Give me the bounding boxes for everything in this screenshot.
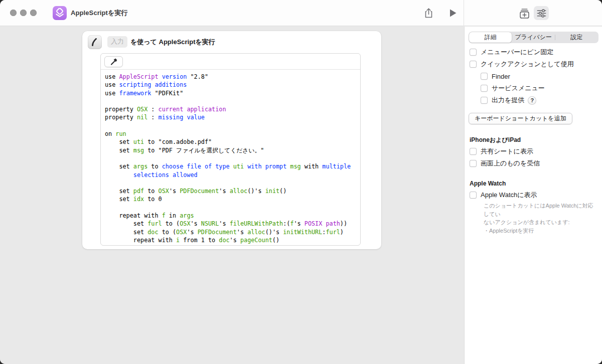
code-token: doc [215, 245, 226, 246]
inspector-sidebar: 詳細プライバシー設定 メニューバーにピン固定クイックアクションとして使用Find… [464, 27, 602, 364]
details-toggle-button[interactable] [534, 6, 549, 20]
checkbox[interactable] [481, 85, 488, 92]
code-line: use framework "PDFKit" [105, 89, 359, 97]
code-line [105, 97, 359, 105]
code-token: OSX [176, 229, 187, 236]
code-token: 's [230, 237, 240, 244]
code-line: repeat with f in args [105, 212, 359, 220]
tab-details[interactable]: 詳細 [469, 32, 512, 43]
code-token: repeat with [105, 237, 176, 244]
checkbox[interactable] [481, 97, 488, 104]
help-button[interactable]: ? [528, 96, 536, 105]
action-library-button[interactable] [518, 7, 530, 19]
code-token: ()'s [247, 188, 265, 195]
code-line: on run [105, 130, 359, 138]
code-token: set [105, 196, 133, 203]
compile-button[interactable] [104, 56, 123, 67]
code-line [105, 179, 359, 187]
code-line [105, 204, 359, 212]
input-variable-token[interactable]: 入力 [107, 36, 127, 48]
sidebar-tabs: 詳細プライバシー設定 [469, 32, 598, 43]
note-line: ないアクションが含まれています: [484, 218, 599, 227]
checkbox[interactable] [470, 61, 477, 68]
code-token: PDFDocument [180, 188, 219, 195]
add-keyboard-shortcut-button[interactable]: キーボードショートカットを追加 [469, 113, 572, 124]
code-token: pdf [133, 188, 147, 195]
action-library-icon [519, 8, 530, 19]
code-token: uti [233, 163, 247, 170]
code-line [105, 122, 359, 130]
code-token: use [105, 90, 119, 97]
code-token: property [105, 106, 137, 113]
checkbox[interactable] [470, 49, 477, 56]
checkbox[interactable] [470, 160, 477, 167]
code-token: :( [208, 245, 215, 246]
run-shortcut-button[interactable] [447, 7, 459, 19]
code-token: ()'s [265, 229, 283, 236]
checkbox[interactable] [481, 73, 488, 80]
share-icon [424, 8, 433, 19]
code-token: version [162, 73, 191, 80]
code-token: OSX [159, 188, 169, 195]
titlebar-divider [464, 0, 464, 26]
code-line: (pdf's insertPage:(doc's pageAtIndex:(i … [105, 244, 359, 246]
checkbox-label: Finder [492, 73, 510, 80]
checkbox-row: Apple Watchに表示 [470, 189, 599, 201]
code-token: scripting additions [119, 81, 187, 88]
code-area[interactable]: use AppleScript version "2.8"use scripti… [101, 70, 360, 246]
code-token: to [147, 188, 158, 195]
code-token: msg [133, 147, 147, 154]
details-toggle-icon [536, 8, 547, 19]
share-button[interactable] [422, 7, 434, 19]
code-line: set args to choose file of type uti with… [105, 162, 359, 170]
tab-privacy[interactable]: プライバシー [512, 32, 554, 43]
code-token: to [151, 163, 162, 170]
code-token: selections allowed [105, 171, 198, 178]
code-token: current application [159, 106, 226, 113]
code-token: set [105, 220, 147, 227]
title-bar: AppleScriptを実行 [0, 0, 602, 26]
close-window-button[interactable] [10, 10, 17, 16]
code-line: set idx to 0 [105, 195, 359, 203]
code-token: 's [237, 229, 247, 236]
code-token: property [105, 114, 137, 121]
zoom-window-button[interactable] [30, 10, 37, 16]
code-token: furl [147, 220, 166, 227]
code-token: use [105, 73, 119, 80]
tab-setup[interactable]: 設定 [555, 32, 598, 43]
code-token: () [279, 188, 286, 195]
code-token: 's [294, 220, 305, 227]
code-token: :( [276, 245, 283, 246]
code-token: : [151, 114, 158, 121]
action-header: 入力 を使って AppleScriptを実行 [82, 31, 381, 53]
code-token: OSX [137, 106, 151, 113]
minimize-window-button[interactable] [20, 10, 27, 16]
checkbox-row: 画面上のものを受信 [470, 157, 599, 169]
code-line: set pdf to OSX's PDFDocument's alloc()'s… [105, 187, 359, 195]
checkbox[interactable] [470, 148, 477, 155]
code-token: set [105, 138, 133, 145]
code-token: alloc [247, 229, 265, 236]
pen-script-icon [90, 38, 99, 47]
script-editor-box[interactable]: use AppleScript version "2.8"use scripti… [100, 53, 361, 246]
applescript-action-card[interactable]: 入力 を使って AppleScriptを実行 use AppleScript v… [82, 31, 381, 249]
checkbox[interactable] [470, 192, 477, 199]
play-icon [449, 9, 457, 18]
code-token: run [115, 130, 126, 137]
code-token: args [180, 212, 194, 219]
code-token: initWithURL [283, 229, 322, 236]
checkbox-label: 画面上のものを受信 [481, 159, 540, 168]
checkbox-label: Apple Watchに表示 [481, 191, 537, 200]
code-token: pageAtIndex [237, 245, 276, 246]
code-token: 's [169, 188, 180, 195]
code-token: PDFDocument [198, 229, 237, 236]
code-token: () [272, 237, 279, 244]
code-line: repeat with i from 1 to doc's pageCount(… [105, 236, 359, 244]
iphone-ipad-section-title: iPhoneおよびiPad [470, 136, 521, 144]
checkbox-row: 共有シートに表示 [470, 145, 599, 157]
code-token: alloc [230, 188, 248, 195]
code-token: "2.8" [190, 73, 208, 80]
code-token: uti [133, 138, 147, 145]
code-token: to ( [162, 229, 176, 236]
code-token: - 1)) [286, 245, 308, 246]
